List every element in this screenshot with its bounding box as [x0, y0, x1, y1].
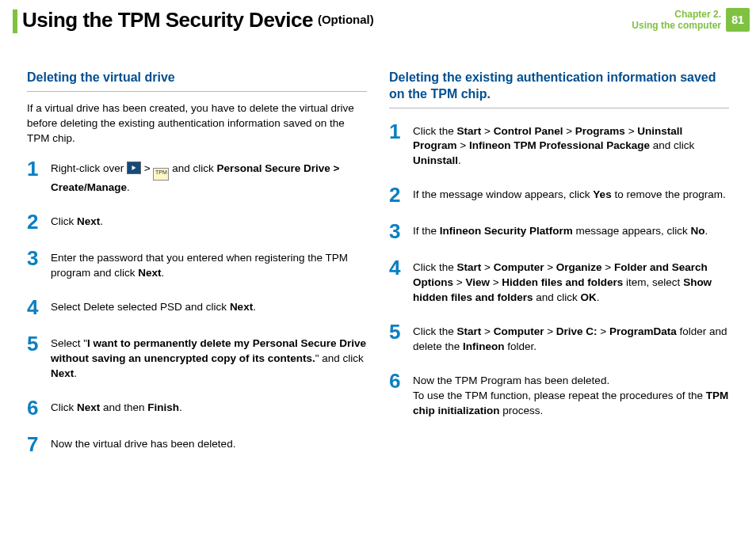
right-subhead: Deleting the existing authentication inf…	[389, 70, 729, 108]
step-number: 7	[27, 434, 51, 454]
chapter-text: Chapter 2. Using the computer	[632, 9, 721, 32]
step-item: 4Select Delete selected PSD and click Ne…	[27, 300, 367, 317]
two-column-layout: Deleting the virtual drive If a virtual …	[0, 46, 756, 473]
step-body: Click the Start > Control Panel > Progra…	[413, 124, 729, 169]
left-subhead: Deleting the virtual drive	[27, 70, 367, 92]
step-body: Click Next.	[51, 215, 367, 232]
step-item: 3Enter the password that you entered whe…	[27, 251, 367, 281]
chapter-line1: Chapter 2.	[632, 9, 721, 20]
step-body: Enter the password that you entered when…	[51, 251, 367, 281]
step-item: 3If the Infineon Security Platform messa…	[389, 224, 729, 241]
step-body: Select "I want to permanently delete my …	[51, 336, 367, 382]
right-steps: 1Click the Start > Control Panel > Progr…	[389, 124, 729, 419]
step-number: 6	[27, 397, 51, 418]
step-number: 2	[389, 184, 413, 205]
system-tray-icon	[127, 162, 141, 174]
page-title: Using the TPM Security Device	[22, 8, 313, 32]
right-column: Deleting the existing authentication inf…	[378, 46, 740, 473]
optional-label: (Optional)	[318, 13, 374, 26]
step-number: 4	[389, 257, 413, 306]
step-item: 2Click Next.	[27, 215, 367, 232]
step-item: 2If the message window appears, click Ye…	[389, 188, 729, 205]
step-body: Click the Start > Computer > Drive C: > …	[413, 325, 729, 355]
chapter-block: Chapter 2. Using the computer 81	[632, 8, 750, 32]
tpm-tray-icon: TPM	[153, 168, 169, 181]
step-body: If the Infineon Security Platform messag…	[413, 224, 729, 241]
step-number: 3	[389, 221, 413, 241]
step-number: 2	[27, 211, 51, 232]
step-item: 5Click the Start > Computer > Drive C: >…	[389, 325, 729, 355]
left-column: Deleting the virtual drive If a virtual …	[16, 46, 378, 473]
step-body: Now the TPM Program has been deleted.To …	[413, 374, 729, 419]
title-wrap: Using the TPM Security Device (Optional)	[22, 8, 632, 32]
step-body: If the message window appears, click Yes…	[413, 188, 729, 205]
step-body: Right-click over > TPM and click Persona…	[51, 162, 367, 196]
left-steps: 1Right-click over > TPM and click Person…	[27, 162, 367, 454]
left-intro: If a virtual drive has been created, you…	[27, 101, 367, 146]
step-item: 1Click the Start > Control Panel > Progr…	[389, 124, 729, 169]
step-item: 5Select "I want to permanently delete my…	[27, 336, 367, 382]
step-number: 5	[27, 333, 51, 382]
step-number: 5	[389, 321, 413, 355]
step-body: Click the Start > Computer > Organize > …	[413, 260, 729, 306]
page-number-badge: 81	[726, 8, 750, 32]
step-number: 4	[27, 297, 51, 317]
step-item: 6Click Next and then Finish.	[27, 401, 367, 418]
step-number: 3	[27, 248, 51, 281]
header-accent	[13, 10, 17, 33]
step-item: 1Right-click over > TPM and click Person…	[27, 162, 367, 196]
step-number: 1	[27, 158, 51, 196]
step-item: 4Click the Start > Computer > Organize >…	[389, 260, 729, 306]
step-body: Now the virtual drive has been deleted.	[51, 437, 367, 454]
step-body: Select Delete selected PSD and click Nex…	[51, 300, 367, 317]
step-number: 1	[389, 121, 413, 169]
step-body: Click Next and then Finish.	[51, 401, 367, 418]
page-header: Using the TPM Security Device (Optional)…	[0, 0, 756, 46]
chapter-line2: Using the computer	[632, 20, 721, 31]
step-item: 7Now the virtual drive has been deleted.	[27, 437, 367, 454]
step-number: 6	[389, 371, 413, 419]
step-item: 6Now the TPM Program has been deleted.To…	[389, 374, 729, 419]
